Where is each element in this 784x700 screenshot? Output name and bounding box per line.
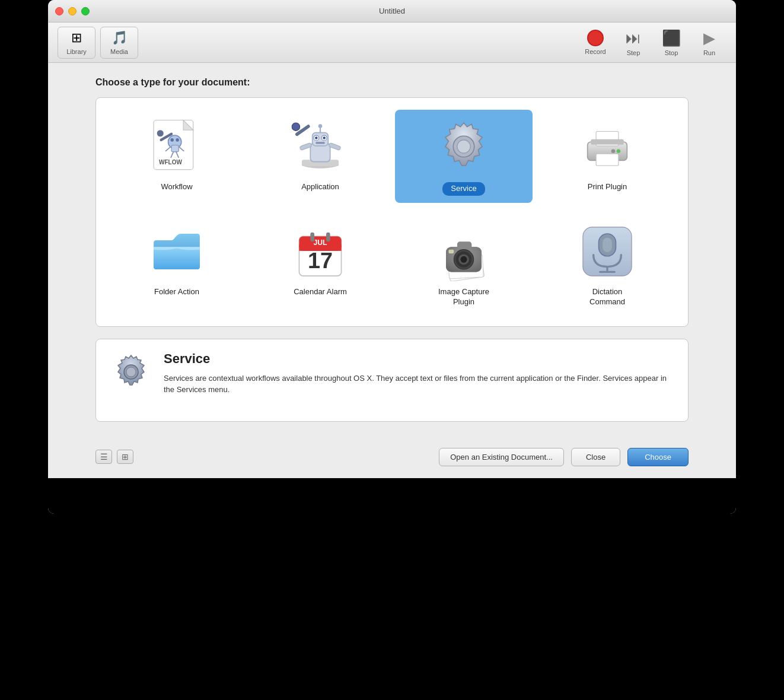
bottom-black-bar bbox=[48, 478, 736, 514]
library-icon: ⊞ bbox=[71, 30, 82, 46]
toolbar-left: ⊞ Library 🎵 Media bbox=[58, 27, 138, 59]
service-label: Service bbox=[442, 182, 485, 196]
run-icon: ▶ bbox=[703, 29, 715, 47]
svg-point-18 bbox=[318, 124, 323, 128]
doc-item-folder-action[interactable]: Folder Action bbox=[108, 215, 246, 314]
titlebar: Untitled bbox=[48, 0, 736, 23]
svg-text:17: 17 bbox=[308, 248, 333, 273]
svg-point-4 bbox=[170, 138, 174, 142]
doc-item-service[interactable]: Service bbox=[395, 110, 533, 203]
svg-rect-6 bbox=[171, 145, 179, 152]
calendar-alarm-label: Calendar Alarm bbox=[294, 287, 347, 297]
svg-rect-52 bbox=[448, 250, 454, 254]
image-capture-icon bbox=[434, 222, 493, 281]
svg-rect-47 bbox=[457, 241, 471, 249]
svg-point-34 bbox=[617, 149, 621, 153]
close-window-button[interactable] bbox=[55, 7, 63, 15]
run-label: Run bbox=[703, 49, 715, 56]
svg-rect-41 bbox=[326, 233, 330, 242]
doc-item-image-capture[interactable]: Image Capture Plugin bbox=[395, 215, 533, 314]
open-existing-button[interactable]: Open an Existing Document... bbox=[439, 448, 564, 466]
svg-text:WFLOW: WFLOW bbox=[159, 159, 182, 166]
record-label: Record bbox=[585, 48, 605, 55]
workflow-icon: WFLOW bbox=[147, 117, 206, 176]
svg-point-27 bbox=[292, 123, 299, 131]
toolbar: ⊞ Library 🎵 Media Record ⏭ Step ⬛ Stop bbox=[48, 23, 736, 63]
svg-rect-23 bbox=[315, 142, 325, 144]
window-controls bbox=[55, 7, 90, 15]
doc-item-print-plugin[interactable]: Print Plugin bbox=[538, 110, 676, 203]
section-title: Choose a type for your document: bbox=[95, 77, 689, 88]
toolbar-right: Record ⏭ Step ⬛ Stop ▶ Run bbox=[578, 27, 726, 59]
run-button[interactable]: ▶ Run bbox=[692, 27, 726, 59]
svg-point-21 bbox=[315, 136, 317, 139]
application-label: Application bbox=[301, 182, 339, 192]
svg-rect-55 bbox=[603, 238, 612, 252]
folder-action-icon bbox=[147, 222, 206, 281]
doc-item-dictation[interactable]: Dictation Command bbox=[538, 215, 676, 314]
doc-item-calendar-alarm[interactable]: JUL 17 Calendar Alarm bbox=[251, 215, 389, 314]
bottom-section: ☰ ⊞ Open an Existing Document... Close C… bbox=[48, 448, 736, 478]
description-title: Service bbox=[164, 351, 674, 367]
view-controls: ☰ ⊞ bbox=[95, 450, 133, 464]
svg-point-59 bbox=[126, 367, 136, 377]
calendar-alarm-icon: JUL 17 bbox=[291, 222, 350, 281]
description-body: Services are contextual workflows availa… bbox=[164, 373, 674, 396]
svg-text:JUL: JUL bbox=[313, 238, 327, 247]
description-icon bbox=[110, 351, 152, 393]
step-label: Step bbox=[627, 49, 640, 56]
media-label: Media bbox=[110, 48, 128, 55]
minimize-window-button[interactable] bbox=[68, 7, 77, 15]
svg-rect-33 bbox=[591, 139, 624, 145]
svg-point-51 bbox=[460, 256, 467, 263]
step-icon: ⏭ bbox=[626, 29, 641, 47]
choose-button[interactable]: Choose bbox=[627, 448, 689, 466]
folder-action-label: Folder Action bbox=[154, 287, 199, 297]
stop-button[interactable]: ⬛ Stop bbox=[654, 27, 689, 59]
maximize-window-button[interactable] bbox=[81, 7, 90, 15]
media-icon: 🎵 bbox=[111, 30, 128, 46]
doc-item-application[interactable]: Application bbox=[251, 110, 389, 203]
grid-view-button[interactable]: ⊞ bbox=[117, 450, 133, 464]
svg-rect-32 bbox=[596, 154, 619, 166]
svg-point-35 bbox=[611, 149, 616, 153]
media-button[interactable]: 🎵 Media bbox=[100, 27, 138, 59]
workflow-label: Workflow bbox=[161, 182, 192, 192]
application-icon bbox=[291, 117, 350, 176]
dictation-command-label: Dictation Command bbox=[589, 287, 625, 307]
svg-point-12 bbox=[157, 130, 164, 136]
record-button[interactable]: Record bbox=[578, 27, 613, 59]
image-capture-label: Image Capture Plugin bbox=[438, 287, 489, 307]
list-view-button[interactable]: ☰ bbox=[95, 450, 112, 464]
grid: WFLOW bbox=[108, 110, 676, 314]
stop-icon: ⬛ bbox=[662, 29, 681, 47]
window-title: Untitled bbox=[379, 7, 405, 15]
print-plugin-icon bbox=[578, 117, 637, 176]
dictation-icon bbox=[578, 222, 637, 281]
svg-rect-40 bbox=[310, 233, 314, 242]
main-content: Choose a type for your document: WFLOW bbox=[48, 63, 736, 448]
document-type-grid: WFLOW bbox=[95, 97, 689, 327]
print-plugin-label: Print Plugin bbox=[588, 182, 627, 192]
description-box: Service Services are contextual workflow… bbox=[95, 339, 689, 422]
action-buttons: Open an Existing Document... Close Choos… bbox=[439, 448, 689, 466]
svg-point-22 bbox=[323, 136, 325, 139]
record-icon bbox=[587, 30, 604, 46]
doc-item-workflow[interactable]: WFLOW bbox=[108, 110, 246, 203]
svg-point-5 bbox=[176, 138, 179, 142]
description-text: Service Services are contextual workflow… bbox=[164, 351, 674, 396]
close-button[interactable]: Close bbox=[571, 448, 620, 466]
svg-point-29 bbox=[457, 140, 470, 153]
step-button[interactable]: ⏭ Step bbox=[616, 27, 651, 59]
stop-label: Stop bbox=[665, 49, 678, 56]
service-icon bbox=[434, 117, 493, 176]
library-button[interactable]: ⊞ Library bbox=[58, 27, 95, 59]
library-label: Library bbox=[66, 48, 87, 55]
